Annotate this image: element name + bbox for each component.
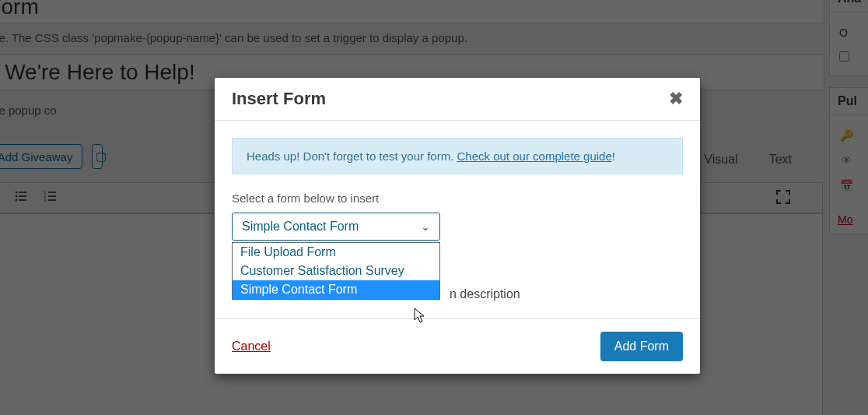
form-option-simple-contact[interactable]: Simple Contact Form	[233, 280, 439, 299]
mouse-cursor-icon	[414, 308, 426, 325]
form-description-text: n description	[450, 287, 683, 301]
alert-prefix: Heads up! Don't forget to test your form…	[247, 149, 457, 163]
close-icon[interactable]: ✖	[669, 89, 683, 109]
modal-title: Insert Form	[232, 89, 326, 109]
alert-box: Heads up! Don't forget to test your form…	[232, 138, 683, 174]
insert-form-modal: Insert Form ✖ Heads up! Don't forget to …	[215, 78, 700, 374]
form-select-value: Simple Contact Form	[242, 220, 359, 234]
select-form-label: Select a form below to insert	[232, 192, 683, 205]
form-select[interactable]: Simple Contact Form ⌄	[232, 213, 440, 241]
alert-suffix: !	[612, 149, 615, 163]
alert-link-text: Check out our complete guide	[457, 149, 612, 163]
form-option-label: File Upload Form	[240, 245, 336, 258]
form-option-customer-survey[interactable]: Customer Satisfaction Survey	[233, 262, 439, 280]
cancel-link[interactable]: Cancel	[232, 339, 271, 353]
form-select-dropdown: File Upload Form Customer Satisfaction S…	[232, 242, 440, 300]
form-option-file-upload[interactable]: File Upload Form	[233, 243, 439, 262]
add-form-label: Add Form	[614, 339, 669, 353]
chevron-down-icon: ⌄	[421, 220, 430, 233]
alert-guide-link[interactable]: Check out our complete guide	[457, 149, 612, 163]
cancel-label: Cancel	[232, 339, 271, 353]
form-option-label: Customer Satisfaction Survey	[240, 264, 404, 277]
add-form-button[interactable]: Add Form	[600, 332, 683, 361]
form-option-label: Simple Contact Form	[240, 283, 357, 296]
